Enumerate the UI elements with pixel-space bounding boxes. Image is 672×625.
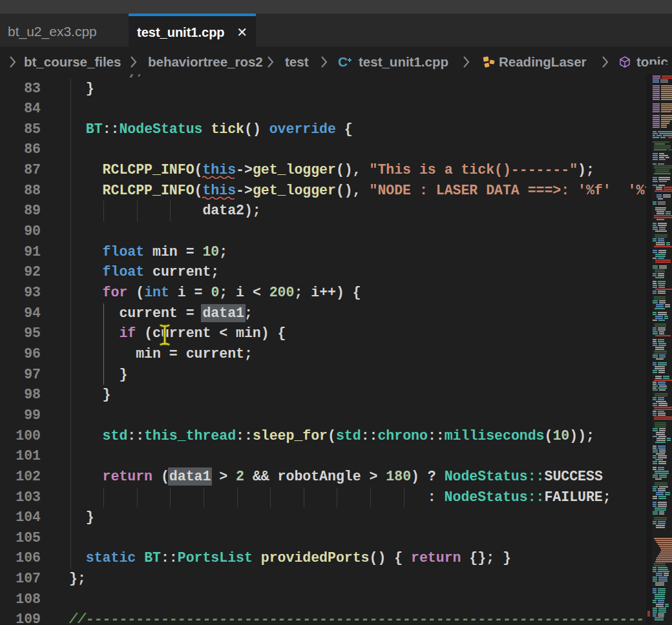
- svg-text:C: C: [338, 54, 348, 69]
